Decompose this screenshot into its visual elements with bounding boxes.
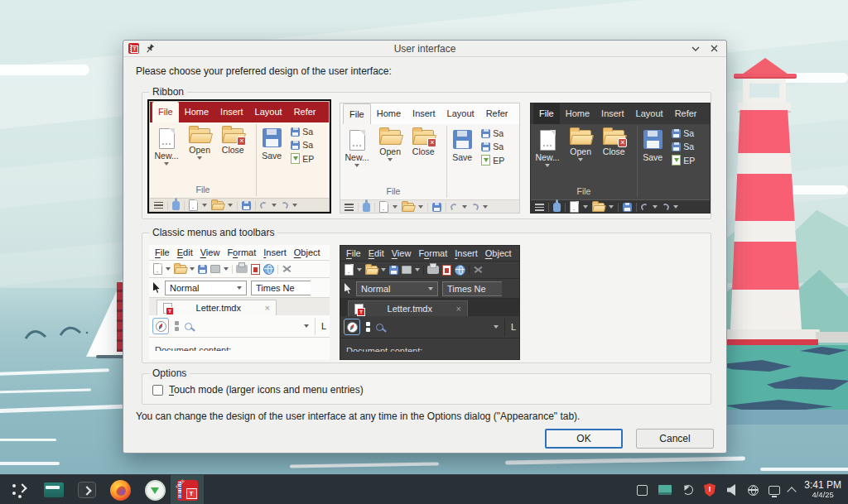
new-document-icon [349,130,365,151]
epub-icon [672,155,681,166]
undo-icon [640,203,648,211]
toolbar [340,262,519,279]
dialog-titlebar[interactable]: User interface [123,41,726,57]
search-icon [185,323,192,330]
export-icon [210,265,220,273]
lighthouse-gallery [738,103,791,111]
epub-icon [291,153,300,164]
cancel-button[interactable]: Cancel [636,429,714,449]
monitor-icon [768,486,780,495]
toolbar [149,261,330,278]
open-icon [365,266,378,275]
panel-list-icon [366,322,370,332]
undo-icon [259,201,267,209]
classic-preview-dark[interactable]: FileEditViewFormatInsertObject Normal [340,245,520,360]
close-folder-icon [412,130,434,145]
close-folder-icon [222,128,243,143]
display-tray-item[interactable] [764,475,785,504]
menu-object: Object [294,247,320,257]
menu-bar: FileEditViewFormatInsertObject [340,246,519,262]
compass-icon [156,321,166,332]
updates-tray-item[interactable] [677,475,699,504]
file-manager-button[interactable] [38,475,70,504]
desktop: User interface Please choose your prefer… [0,0,848,504]
dolphins [21,319,95,343]
new-button-preview: New... [150,122,183,185]
document-tab: Letter.tmdx × [348,300,468,316]
speaker-icon [727,484,735,496]
style-combobox: Normal [356,281,438,296]
shore-rocks [717,345,848,425]
lighthouse-tower [729,110,803,333]
redo-icon [470,203,479,211]
textmaker-doc-icon [163,303,172,314]
wave [760,468,848,471]
panel-list-icon [175,321,179,331]
clock[interactable]: 3:41 PM 4/4/25 [804,475,841,504]
font-combobox: Times Ne [251,281,311,295]
new-icon [570,201,579,213]
cloud [0,65,89,75]
redo-icon [280,201,288,209]
open-icon [402,203,414,212]
save-as-icon [672,129,681,138]
textmaker-task-button[interactable]: FREE [171,475,204,504]
ribbon-preview-dark[interactable]: File Home Insert Layout Refer New... Ope… [530,103,711,214]
hamburger-icon [154,202,163,209]
share-icon [455,265,465,276]
cut-icon [473,265,483,275]
export-icon [402,266,412,274]
dialog-intro-text: Please choose your preferred design of t… [136,65,392,77]
shade-button[interactable] [688,42,703,55]
sync-icon [683,485,693,495]
cut-pane-label: L [511,322,516,332]
ok-button[interactable]: OK [545,429,623,449]
save-icon [389,266,398,275]
ribbon-preview-light[interactable]: File Home Insert Layout Refer New... Ope… [340,103,520,214]
volume-tray-item[interactable] [720,475,742,504]
network-tray-item[interactable] [742,475,764,504]
cut-icon [282,264,292,274]
font-combobox: Times Ne [442,281,502,296]
save-button-preview: Save [253,122,291,185]
menu-edit: Edit [177,247,193,257]
clock-time: 3:41 PM [804,480,841,492]
clipboard-icon [658,485,672,495]
app-launcher-button[interactable] [5,475,36,504]
tray-expander[interactable] [783,475,800,504]
tab-close-icon: × [456,305,461,314]
hamburger-icon [344,204,354,211]
firefox-button[interactable] [104,475,136,504]
open-folder-icon [570,130,591,145]
clipboard-tray-item[interactable] [654,475,676,504]
menu-insert: Insert [263,247,287,257]
classic-group-label: Classic menus and toolbars [149,227,277,238]
classic-preview-light[interactable]: FileEditViewFormatInsertObject Normal [149,245,330,360]
undo-icon [450,203,458,211]
menu-edit: Edit [369,248,384,258]
touch-mode-icon [553,203,561,212]
document-tab: Letter.tmdx × [157,300,277,315]
touch-mode-label: Touch mode (larger icons and menu entrie… [169,384,364,396]
menu-format: Format [227,247,256,257]
ribbon-preview-colored[interactable]: File Home Insert Layout Refer New... Ope… [149,101,330,212]
pin-icon[interactable] [142,42,157,55]
user-interface-dialog: User interface Please choose your prefer… [123,40,727,454]
security-tray-item[interactable] [699,475,720,504]
pdf-export-icon [442,265,451,276]
style-combobox: Normal [165,281,247,295]
virtual-desktop-pager[interactable] [631,475,653,504]
open-icon [211,201,224,210]
firefox-icon [110,480,131,501]
touch-mode-checkbox[interactable] [152,385,163,396]
menu-bar: FileEditViewFormatInsertObject [149,245,330,261]
software-updater-button[interactable] [139,475,171,504]
menu-object: Object [485,248,512,258]
wave [0,462,60,465]
sailboat-hull [96,355,124,358]
close-button[interactable] [706,42,721,55]
wave [0,439,56,441]
taskbar: FREE 3:41 PM 4/4/25 [0,474,848,504]
new-icon [344,264,354,276]
terminal-button[interactable] [71,475,103,504]
